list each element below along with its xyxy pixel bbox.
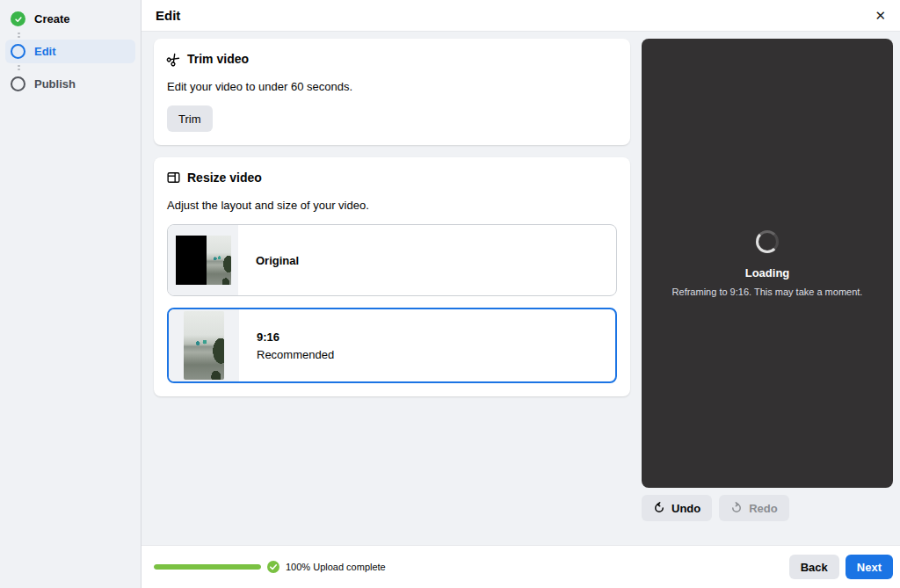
resize-option-original[interactable]: Original (167, 224, 617, 296)
footer-bar: 100% Upload complete Back Next (142, 545, 900, 588)
option-sublabel: Recommended (257, 348, 334, 361)
next-button[interactable]: Next (846, 555, 893, 579)
loading-spinner-icon (756, 230, 779, 253)
option-label: Original (256, 254, 299, 267)
sidebar-item-label: Create (34, 12, 69, 25)
close-icon[interactable]: ✕ (875, 9, 886, 22)
trim-video-card: Trim video Edit your video to under 60 s… (154, 39, 630, 145)
redo-icon (730, 502, 743, 514)
sidebar-item-label: Edit (34, 45, 56, 58)
undo-label: Undo (671, 502, 700, 515)
circle-outline-icon (11, 76, 25, 91)
vertical-video-thumbnail (184, 311, 224, 380)
video-preview-panel: Loading Reframing to 9:16. This may take… (642, 39, 893, 488)
scissors-icon (164, 49, 183, 68)
loading-message: Reframing to 9:16. This may take a momen… (672, 287, 863, 297)
option-text: 9:16 Recommended (239, 330, 334, 361)
resize-card-title: Resize video (187, 171, 262, 185)
redo-label: Redo (749, 502, 778, 515)
steps-sidebar: Create Edit Publish (0, 0, 142, 588)
resize-card-description: Adjust the layout and size of your video… (167, 199, 617, 212)
resize-card-title-row: Resize video (167, 171, 617, 185)
upload-progress-fill (154, 564, 261, 570)
option-label: 9:16 (257, 330, 334, 344)
undo-redo-toolbar: Undo Redo (642, 495, 893, 521)
preview-column: Loading Reframing to 9:16. This may take… (642, 39, 893, 545)
original-video-thumbnail (176, 236, 231, 285)
resize-option-9-16[interactable]: 9:16 Recommended (167, 308, 617, 383)
vertical-thumbnail-zone (169, 309, 239, 381)
undo-icon (653, 502, 665, 514)
main-panel: Edit ✕ Trim video Edit your video to und… (142, 0, 900, 588)
step-connector-dots (18, 31, 135, 40)
redo-button[interactable]: Redo (719, 495, 789, 521)
circle-outline-icon (11, 44, 25, 59)
edit-tools-column: Trim video Edit your video to under 60 s… (154, 39, 630, 545)
loading-title: Loading (745, 266, 790, 279)
check-circle-icon (11, 11, 25, 26)
back-button[interactable]: Back (789, 555, 839, 579)
resize-video-card: Resize video Adjust the layout and size … (154, 157, 630, 396)
sidebar-item-label: Publish (34, 77, 76, 91)
upload-status-group: 100% Upload complete (154, 561, 386, 573)
upload-progress-bar (154, 564, 261, 570)
page-title: Edit (156, 8, 180, 23)
trim-card-description: Edit your video to under 60 seconds. (167, 80, 617, 93)
undo-button[interactable]: Undo (642, 495, 712, 521)
sidebar-item-edit[interactable]: Edit (5, 40, 135, 63)
check-circle-icon (267, 561, 279, 573)
upload-status-text: 100% Upload complete (286, 562, 386, 572)
sidebar-item-create[interactable]: Create (5, 7, 135, 31)
option-text: Original (238, 254, 299, 267)
original-thumbnail-zone (168, 225, 238, 295)
trim-button[interactable]: Trim (167, 105, 213, 132)
footer-buttons: Back Next (789, 555, 893, 579)
sidebar-item-publish[interactable]: Publish (5, 72, 135, 96)
content-area: Trim video Edit your video to under 60 s… (142, 32, 900, 545)
step-connector-dots (18, 63, 135, 72)
dialog-header: Edit ✕ (142, 0, 900, 32)
trim-card-title-row: Trim video (167, 52, 617, 66)
trim-card-title: Trim video (187, 52, 249, 66)
layout-resize-icon (167, 171, 180, 184)
